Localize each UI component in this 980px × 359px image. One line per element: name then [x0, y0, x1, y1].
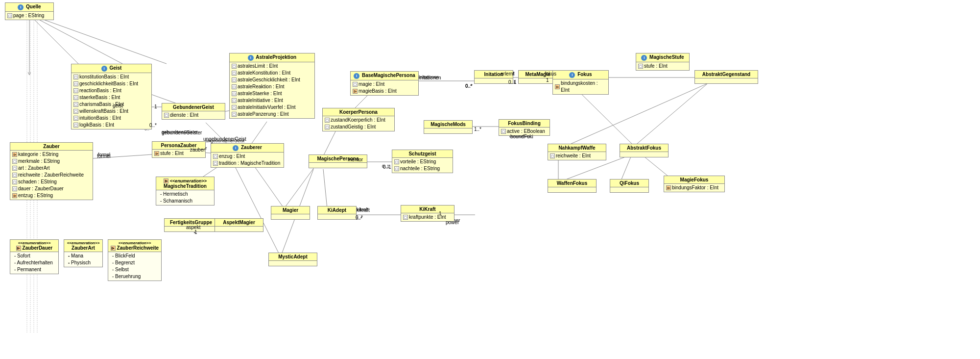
class-KiAdept: KiAdept	[317, 206, 357, 220]
enum-ZauberArt: <<enumeration>> ZauberArt - Mana - Physi…	[64, 239, 103, 267]
info-icon-magischestufe: i	[641, 55, 647, 61]
info-icon-zauberer: i	[233, 145, 239, 151]
class-section-empty2	[215, 227, 263, 231]
label-01mentor: 0..1	[383, 164, 391, 170]
attr: □magie : EInt	[353, 81, 416, 88]
attr: □tradition : MagischeTradition	[213, 160, 282, 167]
class-section-kiadept-empty	[318, 214, 356, 219]
class-Schutzgeist: Schutzgeist □vorteile : EString □nachtei…	[392, 150, 453, 173]
class-header-MysticAdept: MysticAdept	[269, 253, 317, 261]
class-header-NahkampfWaffe: NahkampfWaffe	[548, 144, 606, 152]
enum-items-ZauberReichweite: - BlickFeld - Begrenzt - Selbst - Berueh…	[108, 252, 161, 281]
enum-item: - Hermetisch	[158, 191, 212, 198]
attr: □stufe : EInt	[638, 63, 687, 70]
attr: □staerkeBasis : EInt	[73, 94, 149, 101]
class-attrs-Quelle: □ page : EString	[5, 12, 53, 20]
attr: □astralesLimit : EInt	[232, 63, 312, 70]
attr: □ page : EString	[7, 12, 51, 19]
class-section-magischepersona-empty	[309, 163, 367, 168]
class-section-qifokus-empty	[610, 187, 648, 192]
info-icon: i	[18, 4, 24, 10]
class-attrs-BaseMagischePersona: □magie : EInt ⊳magieBasis : EInt	[351, 80, 418, 95]
class-attrs-NahkampfWaffe: □reichweite : EInt	[548, 152, 606, 160]
enum-item-beruehrung: - Beruehrung	[110, 273, 159, 280]
enum-item-selbst: - Selbst	[110, 266, 159, 273]
enum-header-ZauberReichweite: <<enumeration>> ⊳ ZauberReichweite	[108, 240, 161, 252]
enum-item-permanent: - Permanent	[12, 266, 56, 273]
attr: □astraleInitiative : EInt	[232, 97, 312, 104]
class-section-waffenfokus-empty	[548, 187, 596, 192]
attr: □astraleGeschicklichkeit : EInt	[232, 77, 312, 83]
label-0star: 0..*	[149, 123, 157, 128]
class-GebundenerGeist: GebundenerGeist □dienste : EInt	[162, 103, 225, 120]
attr: □nachteile : EString	[394, 165, 451, 172]
class-header-AstraleProjektion: i AstraleProjektion	[230, 53, 314, 62]
class-section-magier-empty	[271, 214, 310, 219]
class-Magier: Magier	[271, 206, 310, 220]
enum-MagischeTradition: ⊳ <<enumeration>> MagischeTradition - He…	[156, 177, 215, 205]
enum-item-blickfeld: - BlickFeld	[110, 253, 159, 259]
attr: □astralePanzerung : EInt	[232, 111, 312, 118]
class-Zauber: Zauber ⊳kategorie : EString □merkmale : …	[10, 142, 93, 200]
label-geist: geist	[113, 103, 123, 108]
class-header-KiKraft: KiKraft	[401, 205, 454, 213]
info-icon-geist: i	[101, 66, 107, 72]
attr: □merkmale : EString	[12, 158, 91, 165]
info-icon-base: i	[354, 73, 359, 79]
class-MysticAdept: MysticAdept	[268, 253, 317, 266]
svg-line-59	[250, 122, 267, 146]
attr: □astraleInitiativVuerfel : EInt	[232, 104, 312, 111]
attr: □astraleKonstitution : EInt	[232, 70, 312, 77]
label-boundFoki: boundFoki	[510, 134, 533, 139]
attr: ⊳bindungskosten : EInt	[555, 80, 606, 94]
attr: □dauer : ZauberDauer	[12, 185, 91, 192]
attr: ⊳magieBasis : EInt	[353, 88, 416, 95]
attr: □enzug : EInt	[213, 153, 282, 160]
enum-item-sofort: - Sofort	[12, 253, 56, 259]
class-attrs-MagieFokus: ⊳bindungsFaktor : EInt	[664, 184, 724, 192]
attr: □geschicklichkeitBasis : EInt	[73, 80, 149, 87]
class-header-AbstraktFokus: AbstraktFokus	[620, 144, 668, 152]
svg-line-3	[37, 17, 167, 64]
class-KoerperPersona: KoerperPersona □zustandKoerperlich : EIn…	[322, 108, 395, 131]
class-attrs-Fokus: ⊳bindungskosten : EInt	[553, 79, 608, 94]
attr-icon: □	[7, 13, 12, 18]
class-header-KoerperPersona: KoerperPersona	[323, 108, 394, 116]
svg-line-43	[323, 169, 327, 208]
label-0star2: 0..*	[465, 83, 473, 89]
class-AbstraktGegenstand: AbstraktGegenstand	[694, 70, 758, 84]
attr: □schaden : EString	[12, 179, 91, 185]
label-zauber: zauber	[190, 147, 205, 153]
class-header-MagischeMods: MagischeMods	[424, 121, 472, 128]
class-header-WaffenFokus: WaffenFokus	[548, 180, 596, 187]
class-header-MagischeStufe: i MagischeStufe	[636, 53, 689, 62]
class-header-Magier: Magier	[271, 206, 310, 214]
attr: □reichweite : ZauberReichweite	[12, 172, 91, 179]
attr: □konstitutionBasis : EInt	[73, 74, 149, 80]
class-header-GebundenerGeist: GebundenerGeist	[162, 103, 225, 111]
class-section-abstraktgegenstand-empty	[695, 78, 758, 83]
attr: □astraleReaktion : EInt	[232, 83, 312, 90]
attr: □reichweite : EInt	[550, 153, 604, 159]
enum-ZauberReichweite: <<enumeration>> ⊳ ZauberReichweite - Bli…	[108, 239, 162, 281]
class-header-Schutzgeist: Schutzgeist	[392, 150, 453, 158]
class-Zauberer: i Zauberer □enzug : EInt □tradition : Ma…	[211, 143, 284, 168]
label-mentor: mentor	[348, 157, 363, 162]
label-1: 1	[154, 104, 157, 109]
class-header-KiAdept: KiAdept	[318, 206, 356, 214]
enum-item: - Schamanisch	[158, 198, 212, 205]
attr: ⊳entzug : EString	[12, 192, 91, 199]
enum-item-begrenzt: - Begrenzt	[110, 259, 159, 266]
svg-line-1	[32, 17, 78, 64]
class-header-FokusBinding: FokusBinding	[499, 120, 550, 128]
class-AspektMagier: AspektMagier	[215, 218, 263, 232]
label-gebundeneGeister: gebundeneGeister	[162, 130, 202, 135]
attr: □intuitionBasis : EInt	[73, 115, 149, 122]
class-section-mysticadept-empty	[269, 261, 317, 266]
class-AbstraktFokus: AbstraktFokus	[620, 144, 669, 157]
class-header-BaseMagischePersona: i BaseMagischePersona	[351, 72, 418, 80]
class-Fokus: i Fokus ⊳bindungskosten : EInt	[552, 70, 609, 95]
attr: □vorteile : EString	[394, 158, 451, 165]
class-section-initation-empty	[475, 78, 513, 83]
class-attrs-AstraleProjektion: □astralesLimit : EInt □astraleKonstituti…	[230, 62, 314, 118]
